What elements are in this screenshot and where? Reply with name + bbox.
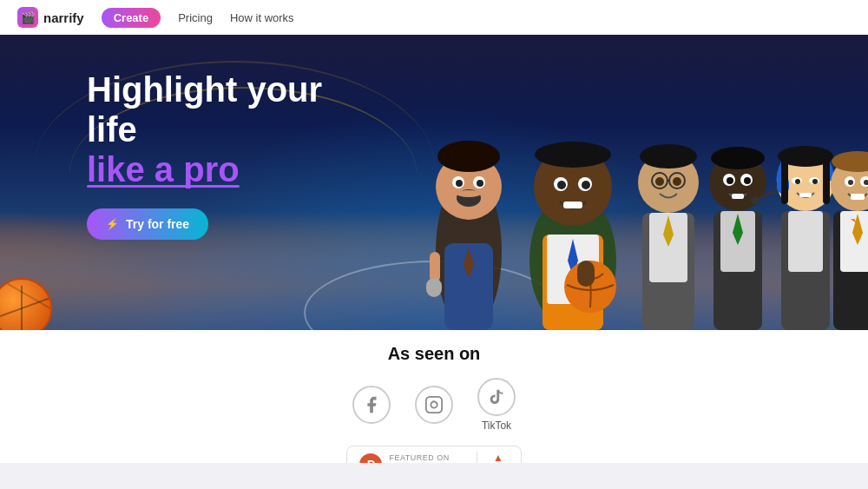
svg-rect-25: [577, 261, 595, 287]
svg-point-32: [640, 144, 697, 169]
cta-label: Try for free: [126, 217, 189, 231]
social-icons-row: TikTok: [352, 378, 516, 432]
svg-point-30: [655, 177, 664, 186]
svg-rect-57: [799, 193, 812, 197]
svg-rect-71: [426, 397, 442, 413]
logo-text: narrify: [43, 10, 84, 25]
svg-point-7: [457, 190, 481, 197]
basketball-line: [0, 294, 52, 321]
svg-rect-51: [781, 152, 788, 204]
instagram-icon-wrap[interactable]: [415, 386, 453, 424]
characters-illustration: [382, 52, 868, 330]
facebook-icon-wrap[interactable]: [352, 386, 391, 424]
logo-icon: 🎬: [17, 7, 38, 28]
ph-featured-label: FEATURED ON: [389, 453, 466, 462]
tiktok-label: TikTok: [482, 420, 511, 432]
logo[interactable]: 🎬 narrify: [17, 7, 84, 28]
svg-point-55: [795, 179, 800, 184]
as-seen-on-section: As seen on TikTok P FEATURED ON Product …: [0, 330, 868, 484]
hero-text-block: Highlight your life like a pro ⚡ Try for…: [87, 69, 322, 240]
svg-point-42: [711, 147, 765, 169]
svg-rect-52: [823, 152, 830, 204]
svg-rect-59: [788, 211, 823, 272]
svg-point-40: [744, 177, 751, 184]
svg-rect-41: [732, 194, 744, 199]
svg-rect-23: [563, 202, 582, 208]
title-line1: Highlight your: [87, 70, 322, 109]
svg-rect-12: [426, 278, 442, 297]
tiktok-icon-wrap[interactable]: TikTok: [477, 378, 516, 432]
facebook-icon[interactable]: [352, 386, 391, 424]
cta-button[interactable]: ⚡ Try for free: [87, 208, 208, 240]
create-button[interactable]: Create: [102, 8, 161, 28]
svg-point-64: [848, 180, 853, 185]
tiktok-icon[interactable]: [477, 378, 516, 416]
svg-point-18: [535, 142, 611, 168]
svg-rect-66: [851, 194, 865, 200]
navbar: 🎬 narrify Create Pricing How it works: [0, 0, 868, 35]
ph-arrow-icon: ▲: [493, 452, 503, 464]
svg-rect-11: [430, 252, 440, 282]
hero-title: Highlight your life like a pro: [87, 69, 322, 189]
svg-point-56: [812, 179, 818, 184]
title-highlight: like a pro: [87, 149, 240, 189]
bolt-icon: ⚡: [106, 218, 119, 230]
hero-section: Highlight your life like a pro ⚡ Try for…: [0, 35, 868, 330]
svg-point-39: [727, 177, 733, 184]
svg-point-49: [751, 196, 760, 205]
pricing-link[interactable]: Pricing: [178, 11, 213, 24]
instagram-icon[interactable]: [415, 386, 453, 424]
title-line2: life: [87, 110, 137, 149]
svg-point-21: [557, 181, 566, 189]
svg-point-5: [477, 180, 483, 187]
how-it-works-link[interactable]: How it works: [230, 11, 294, 24]
svg-point-22: [582, 181, 590, 189]
svg-point-31: [673, 177, 681, 186]
as-seen-on-title: As seen on: [388, 344, 481, 364]
svg-point-4: [456, 180, 463, 187]
bottom-bar: [0, 463, 868, 489]
svg-point-8: [437, 141, 500, 172]
